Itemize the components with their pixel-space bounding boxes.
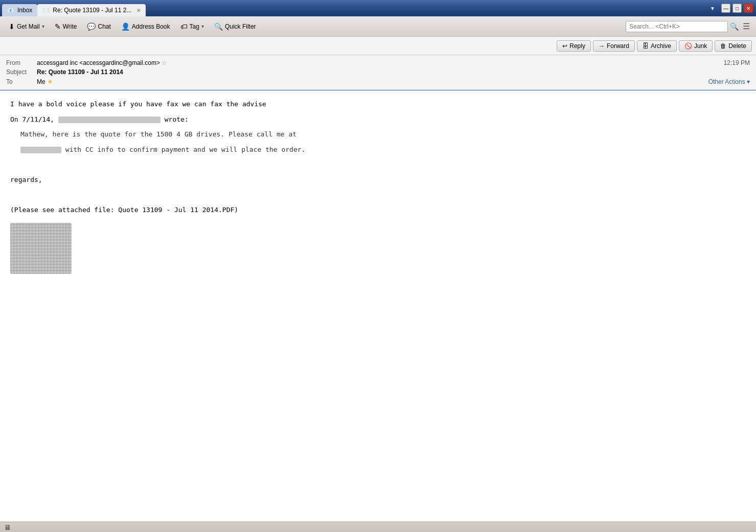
from-value: accessgard inc <accessgardinc@gmail.com>… [37,59,724,66]
quick-filter-label: Quick Filter [225,23,256,30]
status-bar: 🖥 [0,522,756,532]
to-label: To [6,78,37,85]
to-value: Me ★ [37,78,708,85]
tab-dropdown-button[interactable]: ▼ [707,6,718,11]
address-book-button[interactable]: 👤 Address Book [117,20,175,33]
quoted-block: Mathew, here is the quote for the 1500 4… [20,129,746,154]
subject-label: Subject [6,68,37,76]
regards-text: regards, [10,175,746,185]
forward-label: Forward [607,42,629,50]
email-tab-label: Re: Quote 13109 - Jul 11 2... [53,7,131,14]
inbox-tab-icon: 📧 [7,7,14,14]
menu-button[interactable]: ☰ [741,21,752,31]
quoted-text-2: with CC info to confirm payment and we w… [65,146,306,153]
inbox-tab-label: Inbox [17,7,32,14]
to-row: To Me ★ Other Actions ▾ [6,77,750,86]
search-area: 🔍 ☰ [626,21,752,32]
toolbar: ⬇ Get Mail ▾ ✎ Write 💬 Chat 👤 Address Bo… [0,16,756,37]
get-mail-button[interactable]: ⬇ Get Mail ▾ [4,20,49,33]
other-actions-button[interactable]: Other Actions ▾ [708,78,750,85]
subject-row: Subject Re: Quote 13109 - Jul 11 2014 [6,67,750,77]
status-icon: 🖥 [4,523,11,531]
quoted-line-1: Mathew, here is the quote for the 1500 4… [20,129,746,140]
attachment-filename: (Please see attached file: Quote 13109 -… [10,205,746,215]
maximize-button[interactable]: □ [732,4,742,13]
message-action-bar: ↩ Reply → Forward 🗄 Archive 🚫 Junk 🗑 Del… [0,37,756,55]
redacted-name [58,117,161,123]
get-mail-dropdown-arrow: ▾ [42,24,44,29]
archive-button[interactable]: 🗄 Archive [637,40,677,52]
email-time: 12:19 PM [724,59,750,66]
forward-icon: → [599,42,605,50]
chat-icon: 💬 [87,22,96,31]
get-mail-label: Get Mail [17,23,40,30]
forward-button[interactable]: → Forward [593,40,635,52]
delete-icon: 🗑 [720,42,726,50]
attachment-preview[interactable] [10,223,72,274]
email-header: From accessgard inc <accessgardinc@gmail… [0,55,756,90]
search-input[interactable] [626,21,728,32]
from-address: accessgard inc <accessgardinc@gmail.com> [37,59,160,66]
reply-icon: ↩ [562,42,567,50]
minimize-button[interactable]: — [721,4,730,13]
tag-label: Tag [190,23,199,30]
quick-filter-icon: 🔍 [214,22,223,31]
write-label: Write [63,23,77,30]
window-controls: — □ ✕ [718,0,756,16]
subject-value: Re: Quote 13109 - Jul 11 2014 [37,68,750,76]
archive-label: Archive [651,42,671,50]
body-quoted-intro: On 7/11/14, wrote: [10,114,746,125]
chat-label: Chat [98,23,110,30]
get-mail-icon: ⬇ [9,22,15,31]
body-regards [10,159,746,170]
from-label: From [6,59,37,66]
junk-icon: 🚫 [684,42,692,50]
quoted-line-2: with CC info to confirm payment and we w… [20,145,746,155]
delete-label: Delete [728,42,746,50]
wrote-text: wrote: [165,115,189,123]
quoted-text-1: Mathew, here is the quote for the 1500 4… [20,130,296,138]
email-tab-icon: ✉️ [42,7,50,14]
reply-button[interactable]: ↩ Reply [557,40,591,52]
on-date: On 7/11/14, [10,115,54,123]
junk-label: Junk [694,42,707,50]
attachment-text [10,190,746,200]
tag-dropdown-arrow: ▾ [201,24,204,29]
contact-icon: ☆ [162,59,167,66]
body-line-1: I have a bold voice please if you have f… [10,99,746,109]
junk-button[interactable]: 🚫 Junk [679,40,713,52]
attachment-thumbnail [10,223,72,274]
close-button[interactable]: ✕ [744,4,753,13]
tab-inbox[interactable]: 📧 Inbox [2,4,37,16]
search-icon[interactable]: 🔍 [730,22,739,31]
reply-label: Reply [569,42,585,50]
write-icon: ✎ [55,22,61,31]
from-row: From accessgard inc <accessgardinc@gmail… [6,58,750,67]
star-icon[interactable]: ★ [47,78,53,85]
write-button[interactable]: ✎ Write [50,20,82,33]
tab-email[interactable]: ✉️ Re: Quote 13109 - Jul 11 2... ✕ [37,4,146,16]
tag-button[interactable]: 🏷 Tag ▾ [176,20,209,33]
address-book-icon: 👤 [121,22,130,31]
tab-strip: 📧 Inbox ✉️ Re: Quote 13109 - Jul 11 2...… [0,0,707,16]
email-body: I have a bold voice please if you have f… [0,91,756,521]
tag-icon: 🏷 [180,22,188,31]
chat-button[interactable]: 💬 Chat [82,20,115,33]
redacted-phone [20,147,61,153]
tab-close-button[interactable]: ✕ [136,8,141,13]
address-book-label: Address Book [132,23,170,30]
quick-filter-button[interactable]: 🔍 Quick Filter [210,20,261,33]
to-address: Me [37,78,45,85]
archive-icon: 🗄 [643,42,649,50]
delete-button[interactable]: 🗑 Delete [715,40,752,52]
title-bar: 📧 Inbox ✉️ Re: Quote 13109 - Jul 11 2...… [0,0,756,16]
